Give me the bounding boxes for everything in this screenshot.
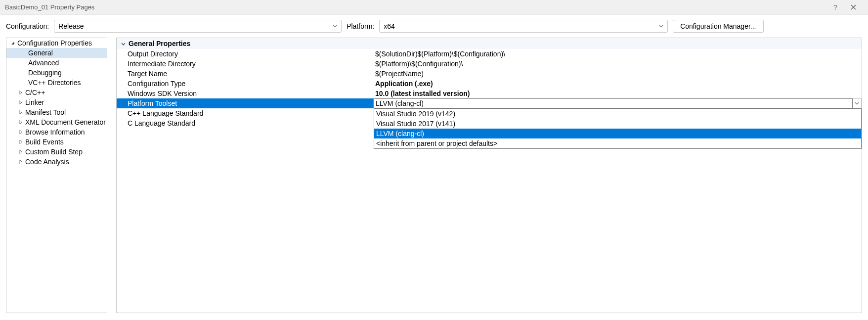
property-tree: Configuration Properties General Advance… [6,38,107,313]
expand-icon[interactable] [17,109,24,116]
property-row-selected[interactable]: Platform Toolset LLVM (clang-cl) [117,98,862,108]
property-value[interactable]: Application (.exe) [373,79,862,89]
tree-item-ccpp[interactable]: C/C++ [6,88,107,97]
dropdown-option[interactable]: Visual Studio 2017 (v141) [374,119,861,129]
tree-item-label: Advanced [28,59,59,67]
window-title: BasicDemo_01 Property Pages [5,3,828,11]
tree-item-debugging[interactable]: Debugging [6,68,107,78]
property-value[interactable]: $(SolutionDir)$(Platform)\$(Configuratio… [373,49,862,59]
expand-icon[interactable] [17,89,24,96]
expand-icon[interactable] [17,129,24,136]
tree-item-label: Linker [25,98,44,106]
property-name: Target Name [117,69,373,79]
tree-item-buildevents[interactable]: Build Events [6,137,107,147]
platform-value: x64 [384,22,655,30]
property-group-title: General Properties [129,40,190,47]
collapse-icon[interactable] [120,40,127,47]
expand-icon[interactable] [17,119,24,126]
platform-toolset-dropdown[interactable]: Visual Studio 2019 (v142) Visual Studio … [374,108,862,149]
dropdown-option[interactable]: LLVM (clang-cl) [374,129,861,138]
property-grid: General Properties Output Directory $(So… [116,38,862,313]
tree-item-label: Build Events [25,138,64,146]
property-row[interactable]: Windows SDK Version 10.0 (latest install… [117,89,862,98]
chevron-down-icon [332,24,337,29]
configuration-manager-button[interactable]: Configuration Manager... [673,20,763,33]
main-area: Configuration Properties General Advance… [0,38,868,319]
platform-combo[interactable]: x64 [379,20,668,33]
chevron-down-icon[interactable] [853,98,862,108]
tree-item-codeanalysis[interactable]: Code Analysis [6,157,107,167]
property-row[interactable]: Intermediate Directory $(Platform)\$(Con… [117,59,862,69]
tree-item-label: VC++ Directories [28,79,81,87]
configuration-combo[interactable]: Release [54,20,342,33]
tree-item-advanced[interactable]: Advanced [6,58,107,68]
configuration-manager-label: Configuration Manager... [680,22,756,30]
property-value[interactable]: $(ProjectName) [373,69,862,79]
configuration-label: Configuration: [6,22,49,30]
collapse-icon[interactable] [9,40,16,46]
tree-item-vcdirs[interactable]: VC++ Directories [6,78,107,88]
property-value[interactable]: LLVM (clang-cl) [373,98,853,108]
chevron-down-icon [658,24,663,29]
expand-icon[interactable] [17,99,24,106]
expand-icon[interactable] [17,138,24,145]
tree-item-label: General [28,49,53,57]
tree-item-browseinfo[interactable]: Browse Information [6,127,107,137]
property-name: Intermediate Directory [117,59,373,69]
expand-icon[interactable] [17,158,24,165]
property-name: Output Directory [117,49,373,59]
property-name: Platform Toolset [117,98,373,108]
tree-item-label: Manifest Tool [25,108,66,116]
tree-item-manifest[interactable]: Manifest Tool [6,107,107,117]
property-name: Windows SDK Version [117,89,373,98]
platform-label: Platform: [347,22,374,30]
close-icon[interactable] [842,0,864,15]
tree-item-label: Browse Information [25,128,85,136]
property-group-header[interactable]: General Properties [117,38,862,49]
tree-item-linker[interactable]: Linker [6,97,107,107]
tree-item-general[interactable]: General [6,48,107,58]
tree-item-label: Code Analysis [25,158,69,166]
dropdown-option-label: LLVM (clang-cl) [376,130,424,137]
expand-icon[interactable] [17,148,24,155]
property-row[interactable]: Target Name $(ProjectName) [117,69,862,79]
dropdown-option-label: <inherit from parent or project defaults… [376,139,497,147]
titlebar: BasicDemo_01 Property Pages ? [0,0,868,15]
configuration-value: Release [58,22,329,30]
property-name: Configuration Type [117,79,373,89]
property-name: C++ Language Standard [117,108,373,118]
property-row[interactable]: Configuration Type Application (.exe) [117,79,862,89]
tree-item-label: C/C++ [25,89,45,96]
property-value[interactable]: 10.0 (latest installed version) [373,89,862,98]
help-icon[interactable]: ? [828,3,842,11]
property-value[interactable]: $(Platform)\$(Configuration)\ [373,59,862,69]
dropdown-option-label: Visual Studio 2017 (v141) [376,120,455,128]
tree-item-xmldoc[interactable]: XML Document Generator [6,117,107,127]
property-row[interactable]: Output Directory $(SolutionDir)$(Platfor… [117,49,862,59]
tree-item-label: Debugging [28,69,62,77]
tree-item-label: Custom Build Step [25,148,83,156]
dropdown-option-label: Visual Studio 2019 (v142) [376,110,455,118]
tree-item-custombuild[interactable]: Custom Build Step [6,147,107,157]
tree-root-label: Configuration Properties [17,39,92,47]
tree-item-label: XML Document Generator [25,118,106,126]
dropdown-option[interactable]: Visual Studio 2019 (v142) [374,109,861,119]
property-name: C Language Standard [117,118,373,128]
tree-root[interactable]: Configuration Properties [6,38,107,48]
property-value-text: LLVM (clang-cl) [376,99,424,107]
dropdown-option[interactable]: <inherit from parent or project defaults… [374,138,861,148]
configuration-bar: Configuration: Release Platform: x64 Con… [0,15,868,38]
